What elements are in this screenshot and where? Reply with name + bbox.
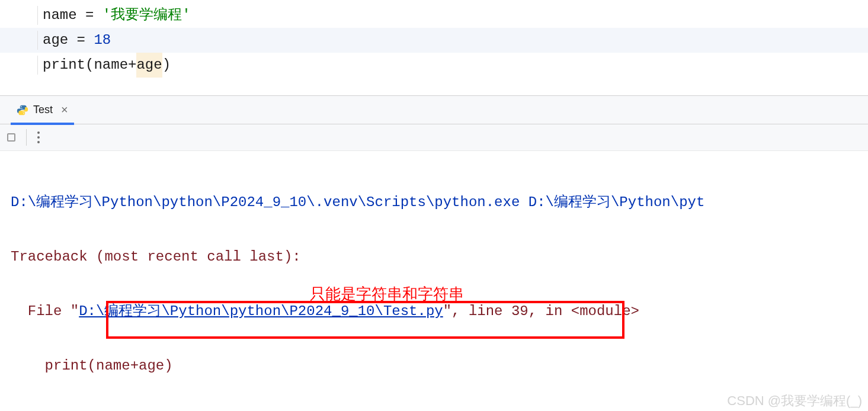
code-line-1[interactable]: name = '我要学编程' [0,3,868,28]
more-icon[interactable] [37,131,40,143]
traceback-header: Traceback (most recent call last): [11,249,301,265]
code-line-3[interactable]: print ( name + age ) [0,53,868,78]
string-literal: '我要学编程' [103,3,191,28]
active-tab-indicator [11,123,74,125]
console-toolbar [0,124,868,151]
code-line-2[interactable]: age = 18 [0,28,868,53]
stop-icon[interactable] [7,133,15,142]
exec-path: D:\编程学习\Python\python\P2024_9_10\.venv\S… [11,194,704,210]
number-literal: 18 [94,28,111,53]
tab-label: Test [33,104,53,116]
variable-name: age [43,28,68,53]
variable-name: name [43,3,77,28]
code-editor[interactable]: name = '我要学编程' age = 18 print ( name + a… [0,0,868,78]
console-output[interactable]: D:\编程学习\Python\python\P2024_9_10\.venv\S… [0,151,868,411]
close-icon[interactable]: × [61,103,68,117]
watermark: CSDN @我要学编程(_) [727,392,862,410]
run-tab-bar: Test × [0,96,868,124]
function-call: print [43,53,85,78]
run-tab-test[interactable]: Test × [11,96,74,124]
error-code-echo: print(name+age) [11,358,173,374]
python-icon [17,104,28,116]
highlighted-usage: age [136,53,162,78]
annotation-text: 只能是字符串和字符串 [310,280,464,307]
